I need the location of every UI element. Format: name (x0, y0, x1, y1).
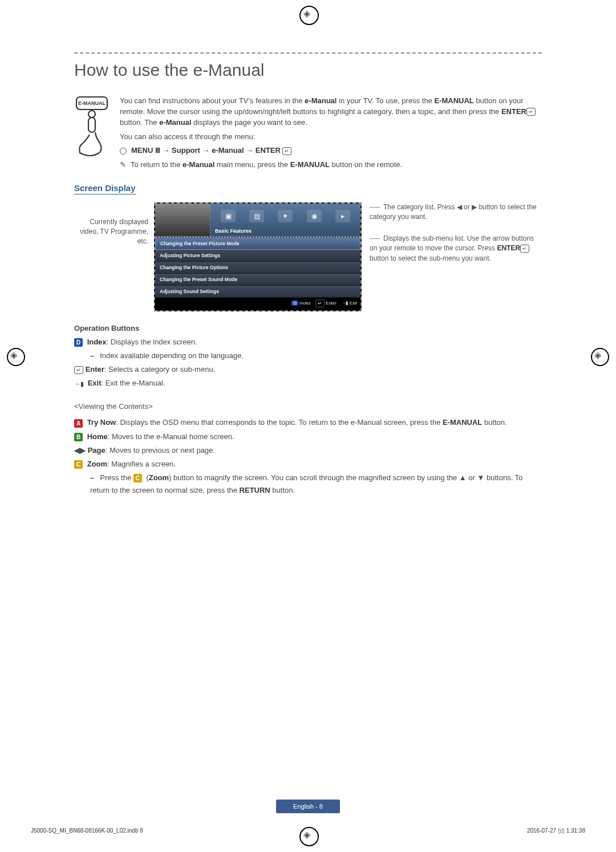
remote-button-label: E-MANUAL (78, 100, 106, 106)
operation-buttons-list: D Index: Displays the index screen. –Ind… (74, 336, 542, 390)
op-zoom: C Zoom: Magnifies a screen. (74, 458, 542, 470)
screen-display-diagram: Currently displayed video, TV Programme,… (74, 202, 542, 311)
emanual-mockup: ▣ ▤ ✦ ◉ ▸ Basic Features Changing the Pr… (154, 202, 362, 311)
exit-icon: →▮ (74, 379, 84, 390)
registration-mark-right (591, 348, 609, 366)
mockup-menu-item: Changing the Preset Picture Mode (155, 237, 360, 250)
category-icon: ▣ (221, 210, 236, 222)
enter-icon: ↵ (526, 108, 536, 116)
mockup-menu-item: Changing the Preset Sound Mode (155, 274, 360, 286)
a-button-icon: A (74, 419, 83, 428)
enter-icon: ↵ (74, 366, 83, 374)
op-exit: →▮ Exit: Exit the e-Manual. (74, 377, 542, 390)
operation-buttons-heading: Operation Buttons (74, 324, 542, 332)
enter-icon: ↵ (520, 245, 529, 253)
submenu-list-note: Displays the sub-menu list. Use the arro… (370, 234, 542, 263)
b-button-icon: B (74, 433, 83, 441)
mockup-submenu-list: Changing the Preset Picture Mode Adjusti… (155, 237, 360, 298)
diagram-left-caption: Currently displayed video, TV Programme,… (74, 202, 154, 246)
intro-text: You can find instructions about your TV'… (120, 96, 542, 171)
category-list-note: The category list. Press ◀ or ▶ button t… (370, 202, 542, 222)
left-right-icon: ◀▶ (74, 446, 86, 455)
mockup-menu-item: Adjusting Picture Settings (155, 250, 360, 262)
svg-point-1 (88, 111, 95, 117)
mockup-menu-item: Adjusting Sound Settings (155, 286, 360, 298)
menu-path: MENU Ⅲ → Support → e-Manual → ENTER ↵ (120, 145, 542, 156)
diagram-right-notes: The category list. Press ◀ or ▶ button t… (362, 202, 542, 275)
viewing-contents-list: A Try Now: Displays the OSD menu that co… (74, 416, 542, 497)
registration-mark-left (7, 348, 25, 366)
page-number-badge: English - 8 (276, 800, 340, 813)
svg-rect-2 (88, 117, 95, 132)
op-home: B Home: Moves to the e-Manual home scree… (74, 431, 542, 443)
mockup-footer: DIndex ↵ Enter →▮ Exit (155, 298, 360, 310)
category-icon: ✦ (278, 210, 293, 222)
c-button-icon: C (133, 474, 142, 482)
c-button-icon: C (74, 460, 83, 469)
intro-block: E-MANUAL You can find instructions about… (74, 96, 542, 171)
print-job-id: J5000-SQ_MI_BN68-08166K-00_L02.indb 8 (31, 827, 143, 834)
category-icon: ▸ (335, 210, 350, 222)
op-zoom-sub: –Press the C (Zoom) button to magnify th… (90, 472, 542, 497)
d-button-icon: D (74, 338, 83, 347)
bullet-icon (120, 148, 127, 155)
op-index-sub: –Index available depending on the langua… (90, 350, 542, 362)
mockup-tab-label: Basic Features (210, 226, 360, 236)
mockup-video-thumb (155, 204, 210, 237)
section-screen-display: Screen Display (74, 183, 136, 194)
registration-mark-top (299, 6, 319, 25)
mockup-category-bar: ▣ ▤ ✦ ◉ ▸ Basic Features (210, 204, 360, 237)
enter-icon: ↵ (282, 147, 291, 155)
return-note: ✎To return to the e-Manual main menu, pr… (120, 160, 542, 171)
page-content: How to use the e-Manual E-MANUAL You can… (74, 52, 542, 498)
viewing-contents-heading: <Viewing the Contents> (74, 402, 542, 411)
remote-icon: E-MANUAL (74, 96, 110, 159)
page-title: How to use the e-Manual (74, 60, 542, 80)
print-timestamp: 2016-07-27 ▯▯ 1:31:38 (527, 827, 585, 834)
intro-paragraph-2: You can also access it through the menu: (120, 132, 542, 143)
enter-icon: ↵ (315, 299, 325, 307)
note-icon: ✎ (120, 160, 126, 169)
op-enter: ↵ Enter: Selects a category or sub-menu. (74, 363, 542, 376)
mockup-menu-item: Changing the Picture Options (155, 262, 360, 274)
op-try-now: A Try Now: Displays the OSD menu that co… (74, 416, 542, 429)
remote-illustration: E-MANUAL (74, 96, 110, 171)
category-icon: ▤ (249, 210, 264, 222)
registration-mark-bottom (299, 827, 319, 846)
category-icon: ◉ (307, 210, 322, 222)
top-rule (74, 52, 542, 54)
op-index: D Index: Displays the index screen. (74, 336, 542, 348)
op-page: ◀▶ Page: Moves to previous or next page. (74, 444, 542, 457)
intro-paragraph-1: You can find instructions about your TV'… (120, 96, 542, 128)
